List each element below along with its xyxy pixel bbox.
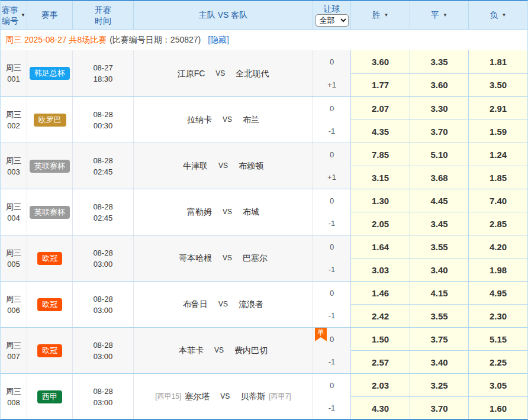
handicap-value: -1: [313, 259, 350, 282]
lose-odds[interactable]: 2.30: [469, 305, 527, 327]
win-odds[interactable]: 1.30: [351, 189, 410, 212]
win-odds[interactable]: 3.15: [351, 166, 410, 189]
league-cell: 英联赛杯: [27, 189, 73, 235]
lose-odds[interactable]: 2.25: [469, 351, 527, 373]
draw-odds[interactable]: 3.30: [410, 97, 469, 119]
kickoff-time: 02:45: [94, 166, 113, 177]
league-badge: 欧冠: [37, 344, 62, 357]
lose-header-label: 负: [490, 10, 498, 21]
lose-odds[interactable]: 1.24: [469, 143, 527, 166]
lose-odds[interactable]: 2.85: [469, 212, 527, 235]
handicap-value: -1: [313, 397, 350, 420]
draw-odds[interactable]: 5.10: [410, 143, 469, 166]
kickoff-date: 08-28: [93, 201, 112, 212]
draw-odds[interactable]: 3.70: [410, 120, 469, 143]
odds-cell-group: 1.503.755.152.573.402.25: [351, 328, 527, 373]
draw-odds[interactable]: 3.55: [410, 305, 469, 327]
lose-odds[interactable]: 3.50: [469, 74, 527, 97]
match-no: 008: [7, 397, 20, 408]
lose-odds[interactable]: 1.60: [469, 397, 527, 419]
win-odds[interactable]: 2.07: [351, 97, 410, 119]
win-odds[interactable]: 1.46: [351, 282, 410, 304]
win-odds[interactable]: 2.03: [351, 374, 410, 396]
match-row: 周三001韩足总杯08-2718:30江原FCVS全北现代0+13.603.35…: [1, 50, 527, 96]
lose-odds[interactable]: 1.59: [469, 120, 527, 143]
match-no: 006: [7, 305, 20, 316]
draw-odds[interactable]: 3.35: [410, 50, 469, 73]
lose-odds[interactable]: 4.95: [469, 282, 527, 304]
lose-odds[interactable]: 7.40: [469, 189, 527, 212]
win-odds[interactable]: 1.50: [351, 328, 410, 350]
win-odds[interactable]: 2.42: [351, 305, 410, 327]
draw-odds[interactable]: 3.55: [410, 235, 469, 258]
kickoff-time: 03:00: [94, 259, 113, 270]
col-header-lose[interactable]: 负 ▼: [469, 1, 527, 29]
league-badge: 英联赛杯: [30, 160, 70, 173]
odds-cell-group: 2.073.302.914.353.701.59: [351, 97, 527, 143]
draw-odds[interactable]: 4.45: [410, 189, 469, 212]
col-header-win[interactable]: 胜 ▼: [351, 1, 410, 29]
draw-odds[interactable]: 3.68: [410, 166, 469, 189]
time-header-line2: 时间: [95, 15, 111, 26]
lose-odds[interactable]: 1.98: [469, 259, 527, 281]
home-team-name: 哥本哈根: [179, 253, 212, 264]
teams-header-label: 主队 VS 客队: [199, 10, 247, 21]
odds-line: 1.773.603.50: [351, 74, 527, 97]
win-odds[interactable]: 2.57: [351, 351, 410, 373]
home-team-name: 布鲁日: [183, 299, 208, 310]
league-badge: 欧罗巴: [34, 114, 66, 127]
handicap-value: 0: [313, 374, 350, 397]
single-bet-badge: 单: [315, 328, 327, 341]
win-odds[interactable]: 3.03: [351, 259, 410, 281]
league-cell: 欧冠: [27, 328, 73, 373]
league-badge: 英联赛杯: [30, 206, 70, 219]
vs-label: VS: [223, 206, 232, 218]
win-odds[interactable]: 1.77: [351, 74, 410, 97]
league-cell: 西甲: [27, 374, 73, 419]
win-odds[interactable]: 1.64: [351, 235, 410, 258]
win-odds[interactable]: 3.60: [351, 50, 410, 73]
home-team-name: 塞尔塔: [185, 391, 210, 402]
draw-odds[interactable]: 3.75: [410, 328, 469, 350]
draw-odds[interactable]: 3.25: [410, 374, 469, 396]
odds-cell-group: 7.855.101.243.153.681.85: [351, 143, 527, 189]
handicap-filter-select[interactable]: 全部: [315, 14, 349, 27]
handicap-value: 0: [313, 282, 350, 305]
col-header-draw[interactable]: 平 ▼: [410, 1, 469, 29]
vs-label: VS: [218, 160, 228, 172]
league-cell: 英联赛杯: [27, 143, 73, 189]
kickoff-time: 18:30: [94, 73, 113, 85]
draw-odds[interactable]: 3.40: [410, 259, 469, 281]
match-row: 周三007欧冠08-2803:00本菲卡VS费内巴切0单-11.503.755.…: [1, 327, 527, 373]
draw-odds[interactable]: 3.70: [410, 397, 469, 419]
lose-odds[interactable]: 1.85: [469, 166, 527, 189]
lose-odds[interactable]: 3.05: [469, 374, 527, 396]
odds-line: 1.643.554.20: [351, 235, 527, 259]
win-odds[interactable]: 4.30: [351, 397, 410, 419]
lose-odds[interactable]: 2.91: [469, 97, 527, 119]
match-list: 周三001韩足总杯08-2718:30江原FCVS全北现代0+13.603.35…: [1, 50, 527, 419]
kickoff-time-cell: 08-2803:00: [73, 374, 134, 419]
lose-odds[interactable]: 4.20: [469, 235, 527, 258]
draw-odds[interactable]: 4.15: [410, 282, 469, 304]
kickoff-date: 08-27: [93, 62, 112, 73]
hide-link[interactable]: [隐藏]: [208, 35, 229, 46]
kickoff-time: 03:00: [94, 397, 113, 408]
win-odds[interactable]: 2.05: [351, 212, 410, 235]
match-no: 005: [7, 259, 20, 270]
win-odds[interactable]: 4.35: [351, 120, 410, 143]
draw-header-label: 平: [431, 10, 439, 21]
draw-odds[interactable]: 3.40: [410, 351, 469, 373]
draw-odds[interactable]: 3.60: [410, 74, 469, 97]
away-team-name: 布赖顿: [239, 160, 263, 172]
win-odds[interactable]: 7.85: [351, 143, 410, 166]
vs-label: VS: [215, 68, 225, 79]
lose-odds[interactable]: 5.15: [469, 328, 527, 350]
teams-cell: [西甲15]塞尔塔VS贝蒂斯[西甲7]: [134, 374, 313, 419]
lose-odds[interactable]: 1.81: [469, 50, 527, 73]
vs-label: VS: [223, 253, 232, 264]
match-number-cell: 周三004: [1, 189, 27, 235]
draw-odds[interactable]: 3.45: [410, 212, 469, 235]
match-no-header-line1: 赛事: [2, 5, 18, 15]
col-header-match-no[interactable]: 赛事 编号 ▼: [1, 1, 27, 29]
